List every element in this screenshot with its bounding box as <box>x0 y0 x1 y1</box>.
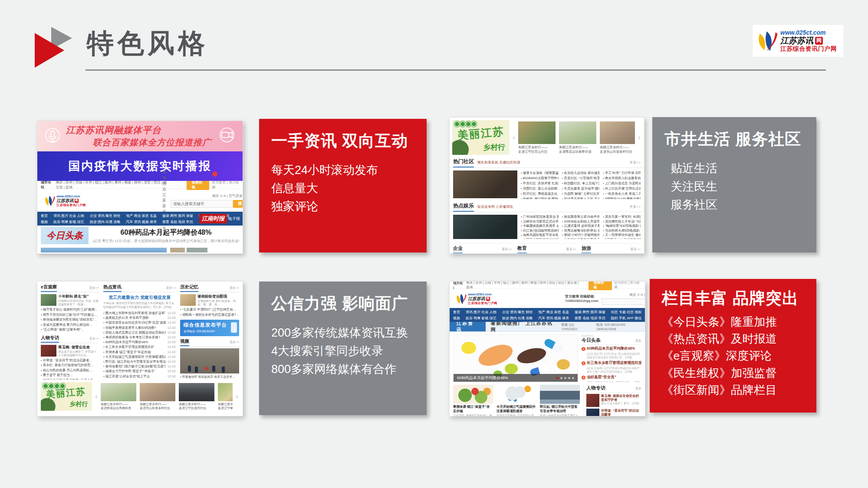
news-item[interactable]: 广州36家影院恢复营业 影院营业率13. <box>521 215 559 219</box>
news-item[interactable]: 洪欣晒照祝儿子毕业! 与老公前妻同框 <box>603 219 641 224</box>
news-item[interactable]: 健康大金满桂《辅警图鉴》获亚洲电视 <box>521 170 559 176</box>
news-card[interactable]: 寒潮来袭 镇江“菜篮子”发足价稳 11月30日, 寒潮天气席卷镇江, 最低气温降… <box>453 385 493 416</box>
news-item[interactable]: BIGBANG太阳将于明年1月SOLO回 <box>521 176 559 181</box>
more-link[interactable]: 更多>> <box>89 337 99 341</box>
news-item[interactable]: “七彩夏日 牛津同行” (江宁区聘艺培… <box>180 307 239 312</box>
news-item[interactable]: 刘诗诗给全剧组人员送羽绒服 每件售 <box>562 219 600 224</box>
news-item[interactable]: 全国营业影院低于5000家 营业率仅36. <box>521 238 559 239</box>
city-links[interactable]: 南京 | 苏州 | 无锡 | 常州 | 镇江 | 扬州 | 泰州 | 南通 | … <box>56 180 169 190</box>
carousel-item[interactable]: 美丽江苏乡村行——走进东山街道余村社区 <box>600 121 635 154</box>
info-platform-banner[interactable]: 综合信息发布平台 咨询电话: 025-86163400 <box>180 320 239 336</box>
carousel-item[interactable]: 美丽江苏乡村行——走进江宁区龙尚社区 <box>179 383 214 410</box>
nav-item[interactable]: 教育 名校 培训 学历 <box>162 219 193 224</box>
news-item[interactable]: 班组入场式花费过万元 校园运动会莫助长攀比之风12-02 <box>103 330 176 335</box>
news-item[interactable]: 中国资源基金会扣北票号15亿再“高息”超额转运12-02 <box>103 320 176 325</box>
news-item[interactable]: 寒潮来袭 镇江“菜篮子”丰足价稳12-02 <box>103 350 176 354</box>
news-item[interactable]: 恪守育才初心 做新时代的“三好”教师… <box>41 307 99 312</box>
news-item[interactable]: 考研房价格暴涨 今年考生订房有多难?12-02 <box>103 335 176 340</box>
hero-carousel[interactable]: 60种药品本月起平均降价48% <box>453 334 578 382</box>
news-item[interactable]: 林志颖母亲义卖70余件僧服 所得100多 <box>562 215 600 219</box>
news-item[interactable]: 向上社区开展“文明礼仪在民心”活动 <box>603 186 641 191</box>
news-item[interactable]: 初心为民的实事 尽心为民谋福祉… <box>41 368 99 373</box>
interview-item[interactable]: 许荣道: “若合符节”的法治启蒙者 退役转业街道普法宣传…[详情] <box>586 409 641 416</box>
section-title[interactable]: 热门社区 <box>453 158 474 167</box>
news-item[interactable]: 柏树村: 整治群租房 网格在行动 <box>521 197 559 199</box>
news-item[interactable]: 河西社区: 爱心企业捐赠 助力基层防 <box>521 186 559 191</box>
news-item[interactable]: 上门慰问送信息 为居民化解困难 <box>603 181 641 186</box>
interviews-title[interactable]: 人物专访 <box>586 385 605 391</box>
news-item[interactable]: 5陇园设计小站课教成果展示 迎初冬 <box>603 197 641 199</box>
more-link[interactable]: 更多 <box>635 386 641 391</box>
carousel-item[interactable]: 美丽江苏乡村行——走进江宁区青山社区 <box>518 121 556 154</box>
category-tab[interactable]: 旅游更多>> <box>582 243 641 253</box>
news-item[interactable]: 领导干部当扣好三枚“扣子”守好廉洁… <box>41 312 99 318</box>
news-photo[interactable] <box>453 170 517 198</box>
beautiful-jiangsu-banner[interactable]: 美丽江苏 乡村行 <box>452 120 510 155</box>
headline-item[interactable]: 2长三角水乡客厅管理运营规范印发 (记者 许海燕) 位于沪苏浙交界处的水乡客厅,… <box>582 360 641 373</box>
more-link[interactable]: 更多 <box>635 339 641 343</box>
contact-email-text[interactable]: 官方微博 投稿邮箱: 724922822@qq.com <box>565 294 598 303</box>
news-item[interactable]: 宿迁宿豫: 特色产业“金钥匙”开启乡村振兴“致12-02 <box>103 379 176 380</box>
news-item[interactable]: “梅婷智育”830部电视剧 你看一部 <box>603 224 641 229</box>
nav-item[interactable]: 资讯 图片 社会 人物 <box>53 213 84 218</box>
news-item[interactable]: 当前热映大师5部电视剧 《天下长河 <box>603 229 641 233</box>
more-link[interactable]: 更多>> <box>166 286 176 290</box>
news-item[interactable]: 海陵全力守护市民“菜篮子”“米袋子”12-02 <box>103 369 176 373</box>
news-item[interactable]: 许荣道: “若合符节”的法治启蒙者… <box>41 358 99 363</box>
nav-item[interactable]: 娱乐 明星 影视 综艺 <box>466 316 496 321</box>
news-item[interactable]: 汪峰宣布与那英正式分手 2月份官宣恋情 <box>521 219 559 224</box>
news-item[interactable]: 海南岛国际电影节宣布延期 原定12月 <box>521 233 559 238</box>
media-platform-banner[interactable]: 江苏苏讯网融媒体平台 联合百家媒体全方位报道推广 <box>37 121 243 151</box>
headline-item[interactable]: 3当好基层“安全员” 基层公共安全是基本面, 坚持安全第一、预防为主, 完善公共… <box>582 375 641 382</box>
beautiful-jiangsu-banner[interactable]: 美丽江苏 乡村行 <box>41 382 92 411</box>
news-item[interactable]: 湖熟唯一保留区本村号的豆腐记是谁? … <box>180 312 239 318</box>
news-item[interactable]: 镇江开通“公积金资信”线上平台12-02 <box>103 374 176 379</box>
nav-item[interactable]: 街区 专题 社区 维权 <box>611 310 641 314</box>
news-item[interactable]: 今天开始镇江气温缓慢回升 注意保暖谨防感冒12-02 <box>103 354 176 359</box>
search-input[interactable] <box>171 200 233 208</box>
nav-item[interactable]: 园村 手机 APP 微信 <box>611 316 641 321</box>
nav-item[interactable]: 健康 两性 医药 保健 <box>575 310 605 314</box>
news-item[interactable]: 手工“科学” 力行环保 共同实现就业 <box>603 170 641 176</box>
news-item[interactable]: 长三角水乡客厅管理运营规范出炉12-02 <box>103 344 176 349</box>
video-caption[interactable]: 怀着春情怀 颂祖国风采 南京工业技术… <box>180 375 239 379</box>
carousel-item[interactable]: 美丽江苏乡村行——走进雨花台区板桥街道 <box>559 121 596 154</box>
news-item[interactable]: 牛首社区: 多措并举 扎实筑牢社区疫 <box>521 181 559 186</box>
video-thumbnail[interactable] <box>180 348 239 373</box>
news-item[interactable]: 熙岸社区: 厚植善德文化 传递邻里心 <box>521 191 559 197</box>
news-card[interactable]: 今天开始镇江气温缓慢回升 注意保暖谨防感冒 受强冷空气影响, 11月30日白天最… <box>496 385 536 416</box>
news-item[interactable]: 中新文娱评吴亦凡事件 艺人更应敬 <box>562 238 600 239</box>
news-item[interactable]: 忠诚为党建伟业 聚力同心新征程… <box>41 322 99 328</box>
news-item[interactable]: 常态化服务 提升城市“颜值” <box>562 186 600 191</box>
epidemic-data-banner[interactable]: 国内疫情大数据实时播报 <box>37 151 243 181</box>
news-item[interactable]: 为居民“解难” 土桥社区开展“环保 <box>562 191 600 197</box>
category-tab[interactable]: 企业更多>> <box>453 243 512 253</box>
newspaper-link[interactable]: 江南时报 电子报 <box>199 214 240 223</box>
news-item[interactable]: “正心明道” 修炼“过硬本领”… <box>41 327 99 332</box>
more-link[interactable]: 更多>> <box>630 160 641 165</box>
news-item[interactable]: 智能手表用语音诱导儿童扫码消费?12-02 <box>103 325 176 330</box>
news-item[interactable]: 郑秀晶被曝张职怀孕后 发文宣布即将迎 <box>562 229 600 233</box>
news-item[interactable]: 蔬菜航文的11月 并非风平浪静12-02 <box>103 315 176 320</box>
feature-article[interactable]: 诸侯纷纷变法图强 追溯战国七雄, 我们知道秦、韩、赵、魏、楚、燕… <box>180 294 239 306</box>
news-item[interactable]: 60种药品本月起平均降价48%12-02 <box>103 340 176 344</box>
news-item[interactable]: 吴永红: 身体力行做接地气的研究… <box>41 363 99 368</box>
more-link[interactable]: 更多>> <box>630 204 641 209</box>
column-title[interactable]: 视频 <box>180 338 189 346</box>
news-item[interactable]: 5号园设计小品编散文张兰谈音 称老天 <box>603 238 641 239</box>
news-item[interactable]: 南京市残疾人职业服务协会评估石城桥 <box>603 176 641 181</box>
column-title[interactable]: 热点资讯 <box>103 284 122 292</box>
nav-item[interactable]: 地产 商业 家居 名盘 <box>126 213 157 218</box>
feature-article[interactable]: 十年耕耘 桥兑“实” 中国网11月28日消息: 日前, 交通运输部发布了《铁路… <box>41 294 99 306</box>
carousel-item[interactable]: 美丽江苏乡村行——走进东山街道余村社区 <box>140 383 175 410</box>
news-item[interactable]: 梦回“小时代”! 郭敬明新作预告 句 <box>562 233 600 238</box>
section-title[interactable]: 热点娱乐 <box>453 202 474 212</box>
submit-article-button[interactable]: 我要投稿 <box>187 180 209 190</box>
feature-article[interactable]: 蒋玉梅: 做管众生命 身边孩子业太难管了, 常写这个小小标语提醒出行安全… <box>41 345 99 357</box>
search-button[interactable]: 搜 索 <box>233 200 243 208</box>
nav-item[interactable]: 健康 两性 医药 保健 <box>162 213 193 218</box>
carousel-prev-icon[interactable] <box>512 134 516 141</box>
column-title[interactable]: e言观察 <box>41 284 57 292</box>
headlines-title[interactable]: 今日头条 <box>582 337 601 344</box>
news-item[interactable]: 一秋景色令人美 喜迎二月天 <box>603 191 641 197</box>
